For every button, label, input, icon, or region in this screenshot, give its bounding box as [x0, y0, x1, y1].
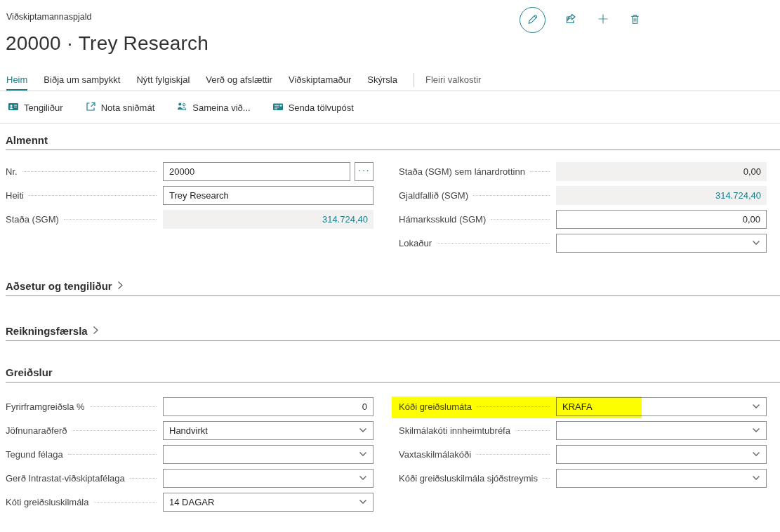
- chevron-down-icon[interactable]: [354, 423, 372, 439]
- fyrirframgreidsla-input[interactable]: [164, 398, 373, 415]
- action-nota-snidmat[interactable]: Nota sniðmát: [85, 101, 155, 114]
- dotted-leader: [29, 195, 157, 196]
- nr-field: ···: [163, 162, 374, 181]
- header-actions: [520, 7, 642, 33]
- greidslur-fields: Fyrirframgreiðsla % Jöfnunaraðferð Tegun…: [6, 397, 767, 516]
- field-row-lokadur: Lokaður: [399, 233, 767, 253]
- skilmalakoti-input[interactable]: [557, 422, 766, 439]
- skilmalakoti-field: [556, 421, 767, 440]
- menu-item-nytt-fylgiskjal[interactable]: Nýtt fylgiskjal: [136, 74, 190, 91]
- field-label: Staða (SGM) sem lánardrottinn: [399, 166, 525, 177]
- dotted-leader: [473, 195, 550, 196]
- vaxtaskilmalakodi-input[interactable]: [557, 446, 766, 463]
- assist-edit-button[interactable]: ···: [355, 162, 374, 181]
- trash-icon: [628, 13, 642, 28]
- action-label: Senda tölvupóst: [289, 102, 354, 113]
- dotted-leader: [68, 454, 157, 455]
- vaxtaskilmalakodi-field: [556, 445, 767, 464]
- dotted-leader: [90, 406, 157, 407]
- heiti-input[interactable]: [164, 187, 373, 204]
- page-title: 20000 · Trey Research: [6, 32, 209, 55]
- stada-lanardrottinn-field: 0,00: [556, 162, 767, 181]
- field-label: Vaxtaskilmálakóði: [399, 449, 471, 460]
- action-bar: Tengiliður Nota sniðmát Sameina við... S…: [0, 92, 780, 124]
- field-row-gjaldfallid: Gjaldfallið (SGM) 314.724,40: [399, 185, 767, 205]
- field-row-sjodstreymi: Kóði greiðsluskilmála sjóðstreymis: [399, 468, 767, 488]
- chevron-down-icon[interactable]: [354, 470, 372, 486]
- delete-button[interactable]: [628, 13, 642, 28]
- hamarksskuld-field: [556, 210, 767, 229]
- field-row-nr: Nr. ···: [6, 161, 374, 181]
- field-label: Fyrirframgreiðsla %: [6, 401, 85, 412]
- field-label: Kóði greiðsluskilmála sjóðstreymis: [399, 473, 538, 484]
- field-label: Lokaður: [399, 238, 432, 248]
- section-header-greidslur[interactable]: Greiðslur: [6, 366, 780, 383]
- share-button[interactable]: [564, 12, 578, 28]
- menu-item-verd-og-afslaettir[interactable]: Verð og afslættir: [206, 74, 272, 91]
- chevron-down-icon[interactable]: [354, 446, 372, 463]
- intrastat-field: [163, 469, 374, 488]
- field-label: Hámarksskuld (SGM): [399, 214, 486, 225]
- chevron-down-icon[interactable]: [747, 446, 765, 463]
- action-label: Nota sniðmát: [101, 102, 155, 113]
- dotted-leader: [515, 430, 550, 431]
- dotted-leader: [22, 171, 157, 172]
- action-label: Tengiliður: [24, 102, 63, 113]
- action-senda-tolvupost[interactable]: Senda tölvupóst: [272, 101, 354, 114]
- field-row-heiti: Heiti: [6, 185, 374, 205]
- card-content: Almennt Nr. ··· Heiti Staða (SGM): [0, 124, 780, 516]
- breadcrumb[interactable]: Viðskiptamannaspjald: [6, 12, 91, 22]
- chevron-down-icon[interactable]: [747, 423, 765, 439]
- sjodstreymi-input[interactable]: [557, 470, 766, 487]
- field-row-vaxtaskilmalakodi: Vaxtaskilmálakóði: [399, 444, 767, 464]
- fyrirframgreidsla-field: [163, 397, 374, 416]
- action-sameina-vid[interactable]: Sameina við...: [176, 101, 250, 114]
- dotted-leader: [543, 478, 550, 479]
- dotted-leader: [72, 430, 157, 431]
- stada-sgm-field[interactable]: 314.724,40: [163, 210, 374, 229]
- chevron-down-icon[interactable]: [747, 399, 765, 415]
- hamarksskuld-input[interactable]: [557, 211, 766, 228]
- kodi-greidslumata-field: [556, 397, 767, 416]
- pencil-icon: [526, 13, 539, 28]
- menu-item-vidskiptamadur[interactable]: Viðskiptamaður: [289, 74, 351, 91]
- field-row-kodi-greidslumata: Kóði greiðslumáta: [399, 397, 767, 416]
- section-title: Aðsetur og tengiliður: [6, 280, 112, 292]
- heiti-field: [163, 186, 374, 205]
- menu-item-bidja-um-samthykkt[interactable]: Biðja um samþykkt: [44, 74, 120, 91]
- chevron-down-icon[interactable]: [747, 235, 765, 251]
- field-label: Jöfnunaraðferð: [6, 425, 67, 436]
- gjaldfallid-field[interactable]: 314.724,40: [556, 186, 767, 205]
- field-label: Heiti: [6, 190, 24, 201]
- section-header-adsetur-og-tengilidur[interactable]: Aðsetur og tengiliður: [6, 280, 780, 296]
- koti-greidsluskilmala-input[interactable]: [164, 493, 373, 511]
- field-label: Kóði greiðslumáta: [399, 401, 472, 412]
- menu-item-fleiri-valkostir[interactable]: Fleiri valkostir: [425, 74, 481, 91]
- almennt-left-column: Nr. ··· Heiti Staða (SGM) 314.724,40: [6, 161, 374, 257]
- field-label: Nr.: [6, 166, 18, 177]
- chevron-right-icon: [93, 325, 99, 337]
- jofnunaradferd-field: [163, 421, 374, 440]
- edit-button[interactable]: [520, 7, 546, 33]
- sjodstreymi-field: [556, 469, 767, 488]
- menu-item-heim[interactable]: Heim: [6, 74, 27, 91]
- dotted-leader: [130, 478, 157, 479]
- kodi-greidslumata-input[interactable]: [557, 398, 766, 415]
- nr-input[interactable]: [164, 163, 350, 180]
- lokadur-input[interactable]: [557, 234, 766, 252]
- menu-divider: [414, 73, 414, 87]
- action-tengilidur[interactable]: Tengiliður: [8, 101, 63, 114]
- section-header-almennt[interactable]: Almennt: [6, 134, 780, 150]
- chevron-down-icon[interactable]: [747, 470, 765, 486]
- tegund-felaga-input[interactable]: [164, 446, 373, 463]
- jofnunaradferd-input[interactable]: [164, 422, 373, 439]
- section-header-reikningsfaersla[interactable]: Reikningsfærsla: [6, 325, 780, 341]
- share-icon: [564, 12, 578, 28]
- dotted-leader: [437, 243, 550, 244]
- chevron-down-icon[interactable]: [354, 494, 372, 510]
- field-row-stada-lanardrottinn: Staða (SGM) sem lánardrottinn 0,00: [399, 161, 767, 181]
- new-button[interactable]: [596, 12, 610, 28]
- intrastat-input[interactable]: [164, 470, 373, 487]
- menu-item-skyrsla[interactable]: Skýrsla: [367, 74, 397, 91]
- dotted-leader: [477, 406, 550, 407]
